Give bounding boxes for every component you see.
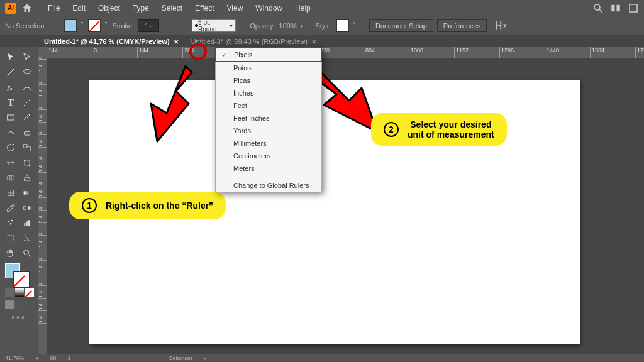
type-tool[interactable]: T [3,95,19,110]
menu-edit[interactable]: Edit [66,4,92,13]
menu-window[interactable]: Window [249,4,289,13]
mesh-tool[interactable] [3,185,19,200]
chevron-down-icon[interactable]: ˅ [353,21,357,30]
ruler-tick: 1728 [635,47,644,58]
perspective-tool[interactable] [19,170,35,185]
rectangle-tool[interactable] [3,110,19,125]
profile-dropdown[interactable]: 5 pt. Round▾ [192,19,236,32]
hand-tool[interactable] [3,246,19,261]
close-icon[interactable]: ✕ [174,38,179,45]
svg-line-28 [28,255,30,256]
symbol-sprayer-tool[interactable] [3,216,19,231]
menu-object[interactable]: Object [92,4,126,13]
graph-tool[interactable] [19,216,35,231]
ruler-tick: 1 4 [38,286,47,299]
menu-effect[interactable]: Effect [189,4,220,13]
units-option-yards[interactable]: Yards [216,124,321,137]
status-tool: Selection [169,355,192,361]
close-icon[interactable]: ✕ [311,38,316,45]
direct-selection-tool[interactable] [19,50,35,65]
units-option-meters[interactable]: Meters [216,162,321,175]
eyedropper-tool[interactable] [3,200,19,216]
eraser-tool[interactable] [19,125,35,140]
change-global-rulers[interactable]: Change to Global Rulers [216,179,321,192]
tab-doc-2[interactable]: Untitled-3* @ 69,43 % (RGB/Preview)✕ [185,36,323,47]
fill-swatch[interactable] [64,19,77,32]
none-mode[interactable] [25,288,34,297]
callout-2: 2 Select your desiredunit of measurement [371,113,507,146]
line-tool[interactable] [19,95,35,110]
units-option-inches[interactable]: Inches [216,87,321,99]
workspace-icon[interactable] [610,3,621,14]
gradient-tool[interactable] [19,185,35,200]
artboard-tool[interactable] [3,231,19,246]
units-option-picas[interactable]: Picas [216,74,321,87]
ruler-tick: 4 [38,173,47,185]
lasso-tool[interactable] [19,65,35,80]
arrange-icon[interactable] [628,3,639,14]
tab-doc-1[interactable]: Untitled-1* @ 41,76 % (CMYK/Preview)✕ [38,36,185,47]
edit-toolbar-icon[interactable]: ••• [3,312,35,322]
selection-tool[interactable] [3,50,19,65]
units-option-pixels[interactable]: ✓Pixels [215,47,322,62]
menu-file[interactable]: File [42,4,66,13]
chevron-down-icon[interactable]: ˅ [104,21,108,30]
draw-inside[interactable] [25,300,34,309]
stroke-weight-input[interactable]: ⌃⌄ [138,19,159,32]
scale-tool[interactable] [19,140,35,155]
blend-tool[interactable] [19,200,35,216]
chevron-right-icon[interactable]: › [301,22,303,30]
svg-point-13 [29,165,31,167]
units-option-centimeters[interactable]: Centimeters [216,150,321,162]
ruler-tick: 4 [38,123,47,135]
rotate-tool[interactable] [3,140,19,155]
units-option-points[interactable]: Points [216,62,321,74]
menu-type[interactable]: Type [126,4,155,13]
pen-tool[interactable] [3,80,19,95]
svg-point-0 [594,4,600,10]
style-swatch[interactable] [336,19,349,32]
draw-behind[interactable] [15,300,24,309]
app-logo: Ai [5,3,16,14]
menu-select[interactable]: Select [155,4,189,13]
ruler-tick: 4 [38,223,47,236]
svg-rect-24 [26,221,28,226]
units-option-millimeters[interactable]: Millimeters [216,137,321,150]
opacity-value[interactable]: 100% [279,22,297,30]
align-icon[interactable]: ┣┫▾ [494,21,507,30]
shaper-tool[interactable] [3,125,19,140]
search-icon[interactable] [592,3,604,14]
svg-line-1 [599,9,602,13]
curvature-tool[interactable] [19,80,35,95]
zoom-tool[interactable] [19,246,35,261]
slice-tool[interactable] [19,231,35,246]
horizontal-ruler[interactable]: 1440144288432576720864100811521296144015… [47,47,644,58]
document-setup-button[interactable]: Document Setup [369,19,433,32]
svg-point-22 [10,223,12,225]
magic-wand-tool[interactable] [3,65,19,80]
fill-stroke-control[interactable] [3,263,35,287]
width-tool[interactable] [3,155,19,170]
draw-normal[interactable] [5,300,14,309]
vertical-ruler[interactable]: 01 441 441 441 441 441 441 441 441 441 4… [38,47,47,354]
status-zoom[interactable]: 41.76% [5,355,25,361]
selection-label: No Selection [5,22,44,30]
units-option-feet-inches[interactable]: Feet Inches [216,112,321,124]
svg-rect-9 [24,145,27,148]
annotation-ring [189,43,207,60]
free-transform-tool[interactable] [19,155,35,170]
menu-help[interactable]: Help [289,4,317,13]
svg-rect-26 [8,235,13,241]
paintbrush-tool[interactable] [19,110,35,125]
ruler-tick: 0 4 [38,299,47,311]
shape-builder-tool[interactable] [3,170,19,185]
units-option-feet[interactable]: Feet [216,99,321,112]
chevron-down-icon[interactable]: ˅ [80,21,84,30]
preferences-button[interactable]: Preferences [437,19,487,32]
home-icon[interactable] [21,3,33,14]
ruler-tick: 4 [38,273,47,286]
menu-view[interactable]: View [221,4,250,13]
color-mode[interactable] [5,288,14,297]
stroke-swatch[interactable] [88,19,101,32]
callout-number: 1 [82,198,97,213]
